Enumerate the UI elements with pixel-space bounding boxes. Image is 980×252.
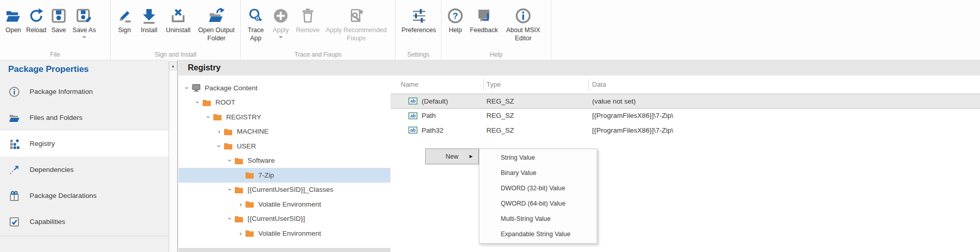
ribbon-group-trace-and-fixups: Trace App Apply Remove Apply Recommend [241, 0, 396, 60]
scrollbar-up-arrow-icon[interactable]: ▲ [169, 61, 177, 70]
folder-icon [245, 229, 255, 237]
uninstall-button[interactable]: Uninstall [162, 3, 194, 35]
sign-label: Sign [118, 27, 131, 35]
sidebar-item-capabilities[interactable]: Capabilities [0, 209, 168, 235]
uninstall-label: Uninstall [166, 27, 190, 35]
folder-icon [245, 200, 255, 208]
open-output-folder-button[interactable]: Open Output Folder [194, 3, 238, 42]
preferences-label: Preferences [402, 27, 436, 35]
tree-item-label: Software [248, 157, 275, 164]
tree-item-label: Package Content [205, 84, 258, 92]
tree-item-label: ROOT [215, 98, 235, 106]
string-value-icon: ab [408, 112, 418, 119]
ribbon-group-label-settings: Settings [396, 51, 441, 58]
sidebar-item-files-and-folders[interactable]: Files and Folders [0, 105, 168, 131]
panel-divider [177, 60, 178, 252]
remove-trash-icon [300, 5, 316, 27]
page-title: Registry [179, 60, 980, 75]
chevron-down-icon[interactable]: › [194, 98, 202, 107]
svg-text:ab: ab [410, 128, 416, 133]
about-msix-editor-button[interactable]: About MSIX Editor [501, 3, 546, 42]
tree-item-currentusersid-classes[interactable]: › [{CurrentUserSID}]_Classes [179, 183, 390, 197]
apply-button[interactable]: Apply [268, 3, 293, 38]
tree-item-label: MACHINE [237, 128, 268, 135]
tree-item-user[interactable]: › USER [179, 139, 390, 154]
tree-item-root[interactable]: › ROOT [179, 95, 390, 110]
install-button[interactable]: Install [136, 3, 162, 35]
chevron-down-icon[interactable]: › [183, 84, 191, 92]
tree-item-registry[interactable]: › REGISTRY [179, 110, 390, 124]
help-button[interactable]: ? Help [444, 3, 467, 35]
scrollbar-track[interactable] [169, 70, 177, 251]
apply-recommended-fixups-button[interactable]: Apply Recommended Fixups [323, 3, 390, 42]
menu-item-expandable-string-value[interactable]: Expandable String Value [479, 226, 597, 242]
apply-label: Apply [273, 27, 288, 35]
menu-item-qword-value[interactable]: QWORD (64-bit) Value [479, 196, 597, 211]
package-properties-sidebar: Package Properties Package Information F… [0, 60, 168, 252]
sidebar-item-label: Files and Folders [30, 114, 83, 121]
chevron-down-icon[interactable]: › [226, 156, 234, 165]
folder-icon [224, 128, 234, 136]
chevron-down-icon[interactable]: › [215, 142, 223, 150]
apply-dropdown-chevron-icon [279, 36, 283, 38]
chevron-right-icon[interactable]: › [236, 230, 245, 237]
sidebar-scrollbar[interactable]: ▲ [168, 61, 177, 252]
save-icon [51, 5, 67, 27]
remove-button[interactable]: Remove [293, 3, 323, 35]
checkbox-icon [8, 216, 20, 228]
value-name: Path [422, 112, 436, 119]
save-button[interactable]: Save [48, 3, 69, 35]
trace-app-button[interactable]: Trace App [243, 3, 268, 42]
folder-icon [224, 142, 234, 150]
menu-item-binary-value[interactable]: Binary Value [479, 165, 597, 181]
column-header-name[interactable]: Name [390, 81, 483, 88]
tree-item-machine[interactable]: › MACHINE [179, 124, 390, 139]
sign-pencil-icon [116, 5, 133, 27]
ribbon-group-settings: Preferences Settings [396, 0, 442, 60]
sidebar-item-package-declarations[interactable]: Package Declarations [0, 183, 168, 209]
reload-button[interactable]: Reload [24, 3, 48, 35]
menu-item-string-value[interactable]: String Value [479, 150, 597, 165]
apply-plus-icon [273, 5, 289, 27]
tree-horizontal-scrollbar[interactable] [179, 248, 390, 252]
sidebar-item-dependencies[interactable]: Dependencies [0, 157, 168, 183]
preferences-button[interactable]: Preferences [398, 3, 440, 35]
tree-item-currentusersid[interactable]: › [{CurrentUserSID}] [179, 212, 390, 226]
context-menu-new-item[interactable]: New ▶ [425, 148, 479, 164]
feedback-button[interactable]: Feedback [467, 3, 501, 35]
column-header-data[interactable]: Data [589, 79, 980, 91]
sidebar-item-registry[interactable]: Registry [0, 131, 168, 157]
tree-item-volatile-environment[interactable]: › Volatile Environment [179, 197, 390, 212]
sidebar-item-package-information[interactable]: Package Information [0, 79, 168, 105]
open-output-folder-icon [208, 5, 225, 27]
tree-item-package-content[interactable]: › Package Content [179, 81, 390, 95]
open-folder-icon [5, 5, 21, 27]
save-as-button[interactable]: Save As [69, 3, 99, 38]
menu-item-dword-value[interactable]: DWORD (32-bit) Value [479, 181, 597, 196]
ribbon-group-label-trace-and-fixups: Trace and Fixups [241, 51, 395, 58]
tree-item-volatile-environment[interactable]: › Volatile Environment [179, 226, 390, 241]
sidebar-item-label: Capabilities [30, 218, 65, 225]
table-row[interactable]: ab (Default) REG_SZ (value not set) [390, 94, 980, 109]
chevron-down-icon[interactable]: › [226, 185, 234, 194]
tree-item-label: [{CurrentUserSID}] [248, 215, 305, 222]
context-menu-new-label: New [446, 153, 458, 160]
value-data: [{ProgramFilesX86}]\7-Zip\ [589, 127, 980, 134]
tree-item-software[interactable]: › Software [179, 154, 390, 168]
chevron-down-icon[interactable]: › [226, 214, 234, 223]
open-button[interactable]: Open [2, 3, 24, 35]
column-header-type[interactable]: Type [483, 79, 589, 91]
folder-icon [245, 171, 255, 179]
save-as-dropdown-chevron-icon[interactable] [82, 36, 86, 38]
ribbon-toolbar: Open Reload Save Save As [0, 0, 980, 60]
save-as-icon [76, 5, 92, 27]
bottom-strip [0, 248, 168, 252]
menu-item-multi-string-value[interactable]: Multi-String Value [479, 211, 597, 226]
chevron-right-icon[interactable]: › [236, 200, 245, 208]
chevron-right-icon[interactable]: › [215, 128, 224, 135]
table-row[interactable]: ab Path32 REG_SZ [{ProgramFilesX86}]\7-Z… [390, 123, 980, 138]
tree-item-7-zip[interactable]: 7-Zip [179, 168, 390, 183]
sign-button[interactable]: Sign [113, 3, 136, 35]
table-row[interactable]: ab Path REG_SZ [{ProgramFilesX86}]\7-Zip… [390, 109, 980, 123]
chevron-down-icon[interactable]: › [205, 113, 212, 121]
